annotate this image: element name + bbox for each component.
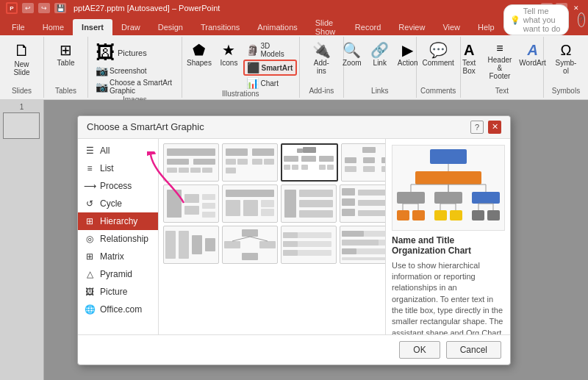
- tab-home[interactable]: Home: [34, 19, 73, 35]
- links-group-content: 🔍 Zoom 🔗 Link ▶ Action: [339, 38, 421, 87]
- smartart-thumb-9[interactable]: [163, 226, 219, 264]
- grid-row-3: [163, 226, 381, 264]
- smartart-thumb-5[interactable]: [163, 184, 219, 223]
- tab-transitions[interactable]: Transitions: [192, 19, 248, 35]
- svg-rect-48: [299, 210, 333, 218]
- pictures-icon: 🖼: [96, 43, 115, 62]
- smartart-btn[interactable]: ⬛ SmartArt: [243, 60, 297, 76]
- smartart-thumb-3-selected[interactable]: [281, 143, 338, 182]
- smartart-thumb-2[interactable]: [222, 143, 278, 182]
- addins-btn[interactable]: 🔌 Add-ins: [308, 41, 334, 76]
- cat-all[interactable]: ☰ All: [78, 142, 158, 159]
- ribbon-tabs: File Home Insert Draw Design Transitions…: [0, 16, 588, 35]
- svg-rect-70: [283, 250, 298, 256]
- link-btn[interactable]: 🔗 Link: [367, 41, 393, 68]
- cat-hierarchy[interactable]: ⊞ Hierarchy: [78, 212, 158, 230]
- icons-icon: ★: [222, 43, 235, 57]
- tab-draw[interactable]: Draw: [112, 19, 149, 35]
- preview-description: Use to show hierarchical information or …: [392, 260, 504, 334]
- comment-btn[interactable]: 💬 Comment: [420, 41, 457, 68]
- svg-rect-85: [434, 210, 447, 221]
- ok-button[interactable]: OK: [399, 341, 440, 359]
- tab-file[interactable]: File: [3, 19, 34, 35]
- cancel-button[interactable]: Cancel: [446, 341, 501, 359]
- 3d-models-btn[interactable]: 🗿 3D Models: [243, 41, 297, 59]
- cat-list[interactable]: ≡ List: [78, 159, 158, 177]
- illustrations-label: Illustrations: [222, 90, 259, 99]
- smartart-thumb-12[interactable]: [340, 226, 385, 264]
- smartart-grid: [159, 139, 385, 334]
- zoom-btn[interactable]: 🔍 Zoom: [339, 41, 365, 68]
- addins-group-content: 🔌 Add-ins: [308, 38, 334, 87]
- shapes-btn[interactable]: ⬟ Shapes: [184, 41, 214, 68]
- symbol-btn[interactable]: Ω Symb-ol: [553, 41, 580, 76]
- addins-label: Add-ins: [309, 87, 334, 96]
- tab-review[interactable]: Review: [390, 19, 434, 35]
- tell-me-bar[interactable]: 💡 Tell me what you want to do: [503, 4, 569, 35]
- help-icon[interactable]: ?: [578, 12, 585, 27]
- screenshot-btn[interactable]: 📷 Screenshot: [93, 64, 150, 77]
- table-btn[interactable]: ⊞ Table: [53, 41, 79, 68]
- svg-rect-74: [342, 240, 379, 245]
- smartart-thumb-8[interactable]: [340, 184, 385, 223]
- svg-rect-83: [397, 210, 409, 221]
- ribbon-group-illustrations: ⬟ Shapes ★ Icons 🗿 3D Models ⬛ SmartArt …: [182, 37, 300, 98]
- cat-picture[interactable]: 🖼 Picture: [78, 283, 158, 301]
- slides-label: Slides: [12, 87, 32, 96]
- cat-cycle[interactable]: ↺ Cycle: [78, 195, 158, 212]
- screenshot-icon: 📷: [96, 65, 108, 76]
- textbox-btn[interactable]: A TextBox: [456, 41, 482, 76]
- smartart-thumb-7[interactable]: [281, 184, 337, 223]
- smartart-thumb-6[interactable]: [222, 184, 278, 223]
- preview-image: [392, 145, 505, 231]
- smartart-thumb-4[interactable]: [341, 143, 385, 182]
- svg-rect-36: [184, 206, 199, 215]
- svg-rect-27: [362, 147, 376, 153]
- cat-relationship[interactable]: ◎ Relationship: [78, 230, 158, 248]
- header-footer-btn[interactable]: ≡ Header& Footer: [484, 41, 516, 82]
- save-btn[interactable]: 💾: [54, 3, 66, 13]
- tab-help[interactable]: Help: [469, 19, 503, 35]
- svg-line-63: [232, 237, 250, 241]
- cat-relationship-icon: ◎: [84, 234, 96, 244]
- tab-insert[interactable]: Insert: [73, 19, 112, 35]
- cat-process[interactable]: ⟶ Process: [78, 177, 158, 195]
- svg-rect-87: [472, 210, 484, 221]
- svg-rect-11: [226, 159, 236, 165]
- svg-rect-20: [301, 156, 316, 162]
- smartart-thumb-10[interactable]: [222, 226, 278, 264]
- chart-btn[interactable]: 📊 Chart: [243, 76, 297, 90]
- photo-album-btn[interactable]: 📷 Choose a SmartArt Graphic: [93, 78, 177, 96]
- svg-rect-55: [165, 231, 176, 259]
- icons-btn[interactable]: ★ Icons: [215, 41, 242, 68]
- ribbon-group-images: 🖼 Pictures 📷 Screenshot 📷 Choose a Smart…: [88, 37, 182, 98]
- undo-btn[interactable]: ↩: [22, 3, 34, 13]
- ribbon-group-addins: 🔌 Add-ins Add-ins: [300, 37, 344, 98]
- cat-pyramid[interactable]: △ Pyramid: [78, 265, 158, 283]
- cat-matrix[interactable]: ⊞ Matrix: [78, 248, 158, 265]
- shapes-icon: ⬟: [193, 43, 205, 57]
- tab-animations[interactable]: Animations: [248, 19, 306, 35]
- tab-design[interactable]: Design: [149, 19, 192, 35]
- dialog-body: ☰ All ≡ List ⟶ Process ↺ Cycle: [78, 139, 510, 334]
- svg-rect-12: [237, 159, 248, 165]
- pictures-btn[interactable]: 🖼 Pictures: [93, 41, 177, 63]
- dialog-close-btn[interactable]: ✕: [488, 121, 501, 134]
- smartart-thumb-1[interactable]: [163, 143, 219, 182]
- tab-record[interactable]: Record: [346, 19, 390, 35]
- tab-view[interactable]: View: [434, 19, 469, 35]
- cat-all-label: All: [100, 146, 110, 156]
- cat-list-icon: ≡: [84, 163, 96, 173]
- category-panel: ☰ All ≡ List ⟶ Process ↺ Cycle: [78, 139, 159, 334]
- new-slide-btn[interactable]: 🗋 NewSlide: [9, 41, 35, 78]
- dialog-title: Choose a SmartArt Graphic: [87, 121, 204, 132]
- svg-rect-7: [179, 168, 189, 173]
- tab-slideshow[interactable]: Slide Show: [306, 19, 346, 35]
- dialog-help-btn[interactable]: ?: [470, 121, 484, 134]
- svg-rect-24: [301, 165, 308, 170]
- smartart-thumb-11[interactable]: [281, 226, 337, 264]
- cat-process-label: Process: [100, 181, 132, 191]
- cat-office[interactable]: 🌐 Office.com: [78, 301, 158, 318]
- redo-btn[interactable]: ↪: [38, 3, 50, 13]
- svg-rect-14: [252, 148, 274, 156]
